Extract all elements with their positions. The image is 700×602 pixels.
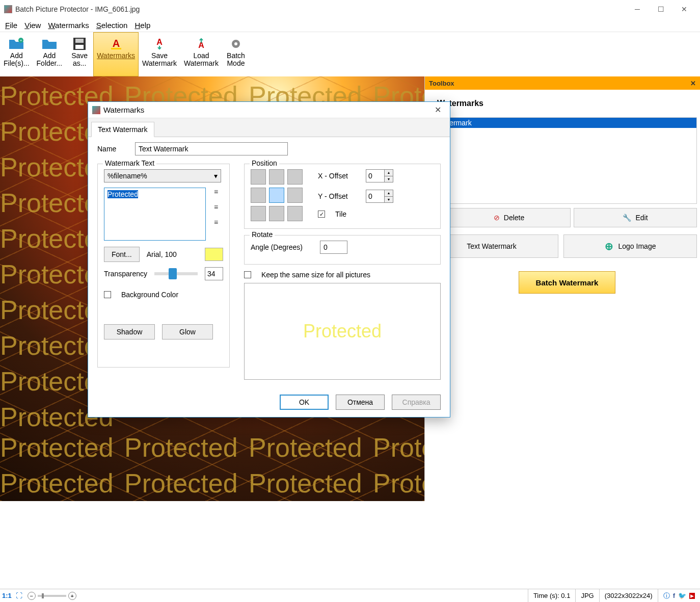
plus-circle-icon: ⊕: [605, 240, 613, 252]
svg-text:A: A: [156, 38, 163, 46]
menu-file[interactable]: File: [5, 21, 17, 30]
fit-screen-icon[interactable]: ⛶: [14, 592, 24, 599]
watermark-list[interactable]: xt Watermark: [425, 117, 697, 204]
ok-button[interactable]: OK: [280, 395, 329, 410]
svg-rect-6: [111, 48, 121, 49]
close-button[interactable]: ✕: [672, 2, 696, 17]
info-icon[interactable]: ⓘ: [663, 591, 670, 600]
font-button[interactable]: Font...: [104, 247, 140, 262]
tile-checkbox[interactable]: ✓: [318, 211, 325, 218]
minimize-button[interactable]: ─: [626, 2, 649, 17]
bg-color-checkbox[interactable]: [104, 291, 111, 298]
macro-dropdown[interactable]: %filename% ▾: [104, 169, 221, 182]
logo-image-button[interactable]: ⊕Logo Image: [563, 234, 697, 258]
keep-size-checkbox[interactable]: [244, 271, 251, 278]
watermark-tile: Protected: [249, 468, 362, 499]
maximize-button[interactable]: ☐: [649, 2, 672, 17]
transparency-value[interactable]: [205, 267, 223, 280]
batch-watermark-label: Batch Watermark: [536, 278, 599, 287]
pos-ml[interactable]: [251, 188, 266, 203]
toolbar-add-files-label: Add File(s)...: [4, 52, 30, 68]
menu-watermarks[interactable]: Watermarks: [48, 21, 89, 30]
chevron-down-icon: ▾: [214, 172, 218, 180]
youtube-icon[interactable]: ▶: [689, 593, 695, 599]
angle-label: Angle (Degrees): [251, 243, 303, 251]
toolbar-add-folder-label: Add Folder...: [37, 52, 63, 68]
folder-plus-icon: +: [8, 37, 24, 51]
font-color-swatch[interactable]: [205, 248, 223, 261]
pos-tc[interactable]: [269, 169, 284, 185]
x-offset-input[interactable]: [366, 169, 384, 182]
gear-icon: [228, 37, 244, 51]
zoom-in-icon[interactable]: +: [68, 592, 76, 600]
help-button[interactable]: Справка: [392, 395, 441, 410]
watermark-tile: Protected: [0, 468, 114, 499]
edit-button[interactable]: 🔧Edit: [574, 208, 697, 227]
menu-selection[interactable]: Selection: [96, 21, 128, 30]
angle-input[interactable]: [320, 241, 347, 254]
menu-view[interactable]: View: [24, 21, 41, 30]
pos-tr[interactable]: [287, 169, 303, 185]
pos-mc[interactable]: [269, 188, 284, 203]
toolbar-save-wm[interactable]: A Save Watermark: [139, 32, 180, 76]
transparency-slider[interactable]: [154, 272, 198, 275]
toolbar-batch-mode-label: Batch Mode: [227, 52, 245, 68]
load-watermark-icon: A: [193, 37, 209, 51]
align-center-icon[interactable]: ≡: [211, 203, 221, 211]
wrench-icon: 🔧: [623, 214, 631, 222]
spinner-down-icon[interactable]: ▼: [385, 176, 393, 182]
y-offset-spinner[interactable]: ▲▼: [366, 190, 393, 203]
menu-help[interactable]: Help: [134, 21, 150, 30]
cancel-button[interactable]: Отмена: [336, 395, 385, 410]
position-grid[interactable]: [251, 169, 303, 221]
batch-watermark-button[interactable]: Batch Watermark: [519, 271, 615, 294]
svg-rect-3: [75, 39, 84, 43]
align-right-icon[interactable]: ≡: [211, 218, 221, 226]
status-time: Time (s): 0.1: [528, 589, 575, 602]
facebook-icon[interactable]: f: [673, 592, 675, 599]
transparency-label: Transparency: [104, 270, 147, 278]
spinner-up-icon[interactable]: ▲: [385, 190, 393, 197]
x-offset-spinner[interactable]: ▲▼: [366, 169, 393, 182]
app-icon: [4, 5, 12, 13]
spinner-down-icon[interactable]: ▼: [385, 197, 393, 203]
toolbar: + Add File(s)... Add Folder... Save as..…: [0, 32, 700, 76]
pos-bl[interactable]: [251, 206, 266, 221]
zoom-control[interactable]: − +: [24, 592, 79, 600]
twitter-icon[interactable]: 🐦: [678, 592, 686, 599]
toolbar-add-files[interactable]: + Add File(s)...: [0, 32, 33, 76]
dialog-close-button[interactable]: ✕: [429, 105, 446, 115]
pos-mr[interactable]: [287, 188, 303, 203]
toolbar-load-wm[interactable]: A Load Watermark: [180, 32, 222, 76]
tab-text-watermark[interactable]: Text Watermark: [91, 122, 154, 137]
delete-button[interactable]: ⊘Delete: [447, 208, 571, 227]
pos-tl[interactable]: [251, 169, 266, 185]
glow-button[interactable]: Glow: [162, 324, 213, 339]
name-input[interactable]: [135, 142, 288, 155]
pos-bc[interactable]: [269, 206, 284, 221]
status-dimensions: (3022x3022x24): [599, 589, 658, 602]
toolbar-watermarks[interactable]: A Watermarks: [93, 32, 139, 76]
toolbar-save-as[interactable]: Save as...: [66, 32, 93, 76]
watermark-text-input[interactable]: Protected: [104, 188, 206, 241]
zoom-scale[interactable]: 1:1: [0, 592, 14, 599]
menubar: File View Watermarks Selection Help: [0, 18, 700, 32]
toolbox-close-icon[interactable]: ✕: [690, 80, 696, 87]
align-left-icon[interactable]: ≡: [211, 188, 221, 196]
watermark-list-item[interactable]: xt Watermark: [425, 118, 696, 128]
rotate-fieldset: Rotate Angle (Degrees): [244, 235, 441, 265]
zoom-out-icon[interactable]: −: [28, 592, 36, 600]
y-offset-input[interactable]: [366, 190, 384, 203]
shadow-button[interactable]: Shadow: [104, 324, 155, 339]
delete-icon: ⊘: [494, 214, 500, 222]
pos-br[interactable]: [287, 206, 303, 221]
name-label: Name: [97, 145, 128, 153]
spinner-up-icon[interactable]: ▲: [385, 170, 393, 176]
watermark-preview: Protected: [244, 283, 441, 380]
zoom-slider[interactable]: [38, 595, 66, 597]
toolbar-add-folder[interactable]: Add Folder...: [33, 32, 66, 76]
toolbar-save-wm-label: Save Watermark: [142, 52, 177, 68]
toolbox-section-label: Watermarks: [437, 99, 697, 108]
dialog-titlebar: Watermarks ✕: [88, 102, 450, 118]
toolbar-batch-mode[interactable]: Batch Mode: [222, 32, 250, 76]
